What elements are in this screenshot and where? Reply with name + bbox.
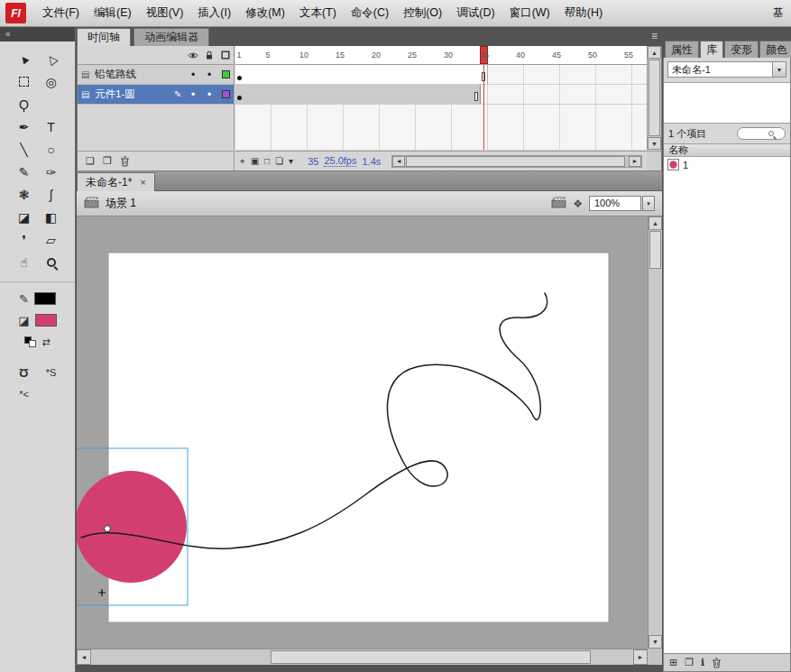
scrollbar-thumb[interactable] (648, 60, 660, 136)
scrollbar-thumb[interactable] (649, 231, 661, 269)
edit-symbols-button[interactable]: ❖ (573, 198, 583, 210)
scroll-down-button[interactable]: ▼ (648, 635, 662, 649)
document-tab[interactable]: 未命名-1* × (77, 172, 155, 191)
current-frame-indicator[interactable]: 35 (308, 156, 318, 167)
workspace-switcher[interactable]: 基 (773, 5, 786, 21)
scroll-down-button[interactable]: ▼ (648, 137, 661, 150)
menu-item-modify[interactable]: 修改(M) (238, 0, 292, 26)
delete-button[interactable] (712, 658, 722, 668)
hand-tool[interactable]: ☝ (11, 252, 38, 272)
3d-rotation-tool[interactable]: ◎ (38, 71, 65, 92)
text-tool[interactable]: T (38, 116, 65, 137)
menu-item-debug[interactable]: 调试(D) (449, 0, 501, 26)
zoom-level-input[interactable]: 100% (589, 196, 641, 211)
menu-item-view[interactable]: 视图(V) (139, 0, 191, 26)
modify-markers-icon[interactable]: ▾ (289, 156, 293, 166)
ink-bottle-tool[interactable]: ◧ (38, 207, 65, 227)
swap-colors-button[interactable]: ⇄ (41, 336, 50, 348)
layer-lock-dot[interactable]: • (201, 69, 217, 81)
collapse-panel-button[interactable]: « (0, 27, 75, 41)
app-logo[interactable]: Fl (5, 3, 26, 23)
timeline-h-scrollbar[interactable]: ◄ ► (391, 155, 642, 168)
menu-item-text[interactable]: 文本(T) (292, 0, 344, 26)
stage-rect[interactable] (108, 253, 609, 622)
bone-tool[interactable]: ʃ (38, 184, 65, 205)
scroll-up-button[interactable]: ▲ (648, 216, 662, 230)
timeline-v-scrollbar[interactable]: ▲ ▼ (647, 46, 661, 150)
pencil-mode-button[interactable]: *S (38, 364, 65, 382)
layer-name[interactable]: 元件1-圆 (95, 87, 174, 101)
menu-item-file[interactable]: 文件(F) (35, 0, 87, 26)
line-tool[interactable]: ╲ (11, 139, 38, 160)
stage-v-scrollbar[interactable]: ▲ ▼ (648, 216, 662, 649)
lock-all-layers-icon[interactable] (201, 51, 217, 60)
eyedropper-tool[interactable]: ❜ (11, 229, 38, 250)
delete-layer-button[interactable] (120, 156, 130, 167)
edit-multiple-frames-icon[interactable]: ❏ (275, 156, 283, 166)
scroll-up-button[interactable]: ▲ (648, 46, 661, 59)
edit-scene-button[interactable] (551, 197, 566, 211)
zoom-dropdown-button[interactable]: ▾ (642, 196, 655, 211)
new-symbol-button[interactable]: ⊞ (669, 657, 677, 668)
layer-visibility-dot[interactable]: • (185, 88, 201, 101)
tab-properties[interactable]: 属性 (665, 41, 699, 58)
tab-motion-editor[interactable]: 动画编辑器 (133, 28, 209, 46)
menu-item-control[interactable]: 控制(O) (396, 0, 449, 26)
symbol-circle[interactable] (77, 471, 187, 583)
frame-row[interactable] (235, 65, 647, 85)
timeline-ruler[interactable]: 1 5 10 15 20 25 30 35 40 45 50 55 (235, 46, 647, 65)
scroll-left-button[interactable]: ◄ (392, 156, 405, 167)
outline-all-layers-icon[interactable] (217, 51, 234, 60)
scene-name[interactable]: 场景 1 (106, 196, 136, 211)
selection-tool[interactable]: ▲ (11, 49, 38, 69)
properties-button[interactable]: ℹ (701, 657, 704, 668)
chevron-down-icon[interactable]: ▼ (773, 61, 786, 78)
oval-tool[interactable]: ○ (38, 139, 65, 160)
scrollbar-track[interactable] (648, 59, 661, 137)
new-folder-button[interactable]: ❐ (685, 657, 694, 668)
eraser-tool[interactable]: ▱ (38, 229, 65, 250)
lasso-tool[interactable]: Ϙ (11, 94, 38, 115)
frame-rate-indicator[interactable]: 25.0fps (324, 155, 356, 167)
layer-lock-dot[interactable]: • (201, 88, 217, 101)
scrollbar-thumb[interactable] (406, 156, 625, 167)
stroke-color-swatch[interactable] (34, 292, 56, 305)
pen-tool[interactable]: ✒ (11, 116, 38, 137)
tab-library[interactable]: 库 (700, 41, 723, 58)
tab-color[interactable]: 颜色 (759, 41, 791, 58)
snap-to-objects-button[interactable]: Ω (11, 364, 38, 382)
panel-menu-icon[interactable]: ≡ (651, 30, 658, 42)
paint-bucket-tool[interactable]: ◪ (11, 207, 38, 227)
zoom-tool[interactable] (38, 252, 65, 272)
library-document-select[interactable]: 未命名-1 ▼ (667, 61, 786, 78)
library-name-column-header[interactable]: 名称 (664, 143, 790, 157)
pencil-tool[interactable]: ✎ (11, 161, 38, 182)
tab-timeline[interactable]: 时间轴 (77, 28, 131, 46)
subselection-tool[interactable]: △ (38, 49, 65, 69)
close-icon[interactable]: × (140, 177, 145, 188)
menu-item-commands[interactable]: 命令(C) (344, 0, 396, 26)
fill-color-swatch[interactable] (35, 314, 57, 327)
scroll-right-button[interactable]: ► (629, 156, 641, 167)
menu-item-help[interactable]: 帮助(H) (557, 0, 610, 26)
layer-name[interactable]: 铅笔路线 (95, 68, 185, 81)
layer-visibility-dot[interactable]: • (185, 69, 201, 81)
menu-item-window[interactable]: 窗口(W) (502, 0, 557, 26)
scroll-left-button[interactable]: ◄ (77, 649, 91, 665)
new-folder-button[interactable]: ❐ (103, 155, 112, 167)
tab-transform[interactable]: 变形 (724, 41, 759, 58)
show-hide-all-layers-icon[interactable] (185, 51, 201, 60)
onion-skin-outlines-icon[interactable]: □ (264, 156, 270, 166)
frame-span-pencil-path[interactable] (235, 65, 488, 84)
new-layer-button[interactable]: ❏ (86, 155, 95, 167)
free-transform-tool[interactable] (11, 71, 38, 92)
brush-tool[interactable]: ✑ (38, 161, 65, 182)
frame-span-symbol-circle[interactable] (235, 85, 481, 104)
layer-row-pencil-path[interactable]: ▤ 铅笔路线 • • (78, 65, 234, 85)
stage-h-scrollbar[interactable]: ◄ ► (77, 649, 648, 665)
scroll-right-button[interactable]: ► (633, 649, 648, 665)
default-colors-button[interactable] (24, 336, 36, 347)
deco-tool[interactable]: ❃ (11, 184, 38, 205)
library-search-input[interactable] (737, 127, 786, 140)
menu-item-insert[interactable]: 插入(I) (190, 0, 238, 26)
